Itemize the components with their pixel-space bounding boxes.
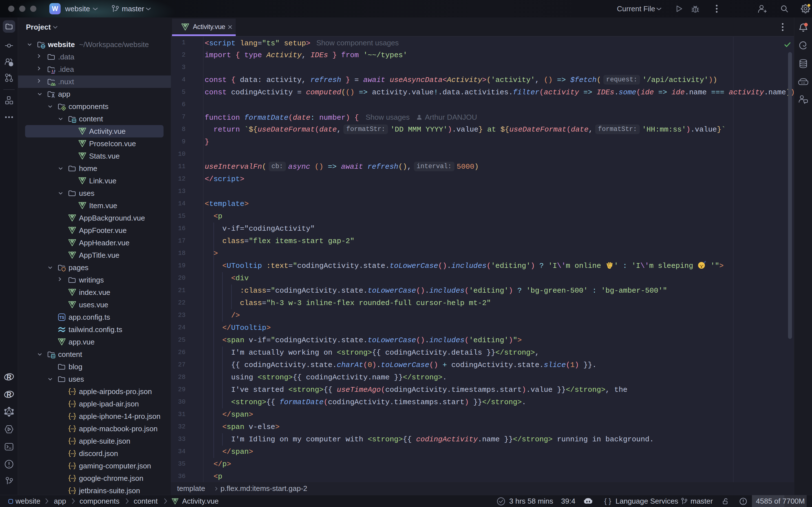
svg-text:TS: TS	[59, 315, 64, 320]
svg-text:J: J	[53, 69, 55, 73]
svg-text:I: I	[52, 69, 53, 73]
svg-text:R: R	[6, 391, 11, 398]
svg-text:?: ?	[10, 62, 12, 66]
svg-text:z: z	[705, 261, 706, 263]
svg-text:R: R	[6, 373, 11, 381]
